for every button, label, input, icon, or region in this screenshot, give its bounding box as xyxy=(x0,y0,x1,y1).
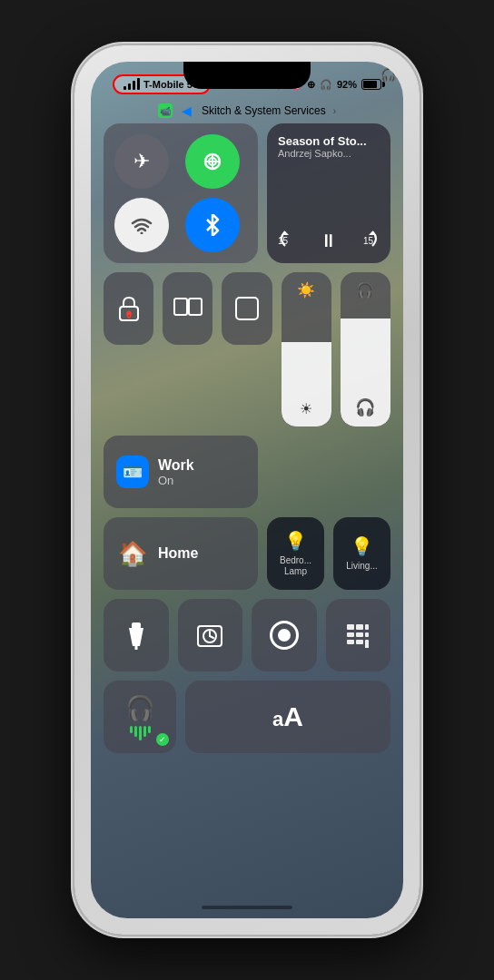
calculator-button[interactable] xyxy=(326,599,391,671)
rewind-button[interactable]: 15 xyxy=(278,230,303,252)
airplane-mode-button[interactable]: ✈ xyxy=(114,134,169,189)
focus-text: Work On xyxy=(158,457,194,487)
video-icon: 📹 xyxy=(158,103,173,118)
battery-icon xyxy=(361,79,381,90)
volume-slider[interactable]: 🎧 🎧 xyxy=(341,272,390,426)
wifi-button[interactable] xyxy=(114,198,169,252)
media-info: Season of Sto... Andrzej Sapko... xyxy=(278,134,380,159)
brightness-slider[interactable]: ☀️ ☀ xyxy=(282,272,331,426)
flashlight-button[interactable] xyxy=(104,599,169,671)
svg-rect-24 xyxy=(365,624,369,630)
connectivity-tile[interactable]: ✈ xyxy=(104,123,258,263)
timer-button[interactable] xyxy=(178,599,243,671)
row-second: ☀️ ☀ 🎧 🎧 xyxy=(104,272,390,426)
home-label: Home xyxy=(158,545,198,562)
svg-rect-14 xyxy=(236,298,258,319)
row-utilities xyxy=(104,599,390,671)
row-focus: 🪪 Work On xyxy=(104,436,390,508)
screen-mirror-button[interactable] xyxy=(163,272,212,345)
svg-rect-30 xyxy=(365,640,369,648)
svg-rect-28 xyxy=(347,640,354,644)
app-bar-text: Skitch & System Services xyxy=(202,104,326,117)
svg-rect-16 xyxy=(132,622,141,629)
svg-rect-27 xyxy=(365,632,369,637)
focus-label: Work xyxy=(158,457,194,474)
bedroom-lamp-tile[interactable]: 💡 Bedro... Lamp xyxy=(267,517,324,590)
appbar-chevron: › xyxy=(333,106,336,116)
accessibility-button[interactable]: 🎧 ✓ xyxy=(104,681,176,753)
text-size-label: aA xyxy=(272,701,303,732)
svg-point-5 xyxy=(141,232,143,235)
control-center: ✈ xyxy=(91,123,403,753)
media-controls[interactable]: 15 ⏸ 15 xyxy=(278,230,380,252)
battery-percent: 92% xyxy=(337,79,357,90)
row-home: 🏠 Home 💡 Bedro... Lamp 💡 Living... xyxy=(104,517,390,590)
cellular-button[interactable] xyxy=(185,134,240,189)
third-button[interactable] xyxy=(222,272,272,345)
signal-bars xyxy=(124,79,140,90)
svg-rect-22 xyxy=(347,624,354,630)
screen-record-button[interactable] xyxy=(252,599,317,671)
focus-icon: 🪪 xyxy=(116,456,149,488)
focus-sublabel: On xyxy=(158,474,194,487)
living-room-tile[interactable]: 💡 Living... xyxy=(333,517,390,590)
audio-bars xyxy=(130,726,151,740)
screen-lock-button[interactable] xyxy=(104,272,153,345)
media-artist: Andrzej Sapko... xyxy=(278,148,380,159)
play-pause-button[interactable]: ⏸ xyxy=(320,230,338,251)
svg-text:15: 15 xyxy=(363,236,374,246)
screen-rec-inner xyxy=(278,629,291,642)
row-bottom: 🎧 ✓ aA xyxy=(104,681,390,753)
home-tile[interactable]: 🏠 Home xyxy=(104,517,258,590)
brightness-icon-top: ☀️ xyxy=(297,281,315,299)
volume-icon-bottom: 🎧 xyxy=(355,397,375,417)
headphones-icon: 🎧 xyxy=(320,79,332,91)
focus-tile[interactable]: 🪪 Work On xyxy=(104,436,258,508)
svg-line-21 xyxy=(210,636,213,638)
svg-rect-23 xyxy=(356,624,363,630)
screen-rec-icon xyxy=(270,621,299,650)
airplay-icon: ⊕ xyxy=(307,79,315,91)
app-bar[interactable]: 📹 ◀ Skitch & System Services › xyxy=(91,100,403,123)
svg-rect-12 xyxy=(174,299,187,315)
notch xyxy=(183,62,311,89)
volume-icon-top: 🎧 xyxy=(356,281,374,299)
row-connectivity-media: ✈ xyxy=(104,123,390,263)
living-room-icon: 💡 xyxy=(351,535,373,557)
text-size-button[interactable]: aA xyxy=(185,681,390,753)
media-tile[interactable]: 🎧 Season of Sto... Andrzej Sapko... 15 xyxy=(267,123,390,263)
svg-rect-25 xyxy=(347,632,354,637)
living-room-label: Living... xyxy=(346,561,377,572)
media-title: Season of Sto... xyxy=(278,134,380,148)
svg-rect-26 xyxy=(356,632,363,637)
forward-button[interactable]: 15 xyxy=(354,230,380,252)
svg-rect-29 xyxy=(356,640,363,644)
bedroom-lamp-icon: 💡 xyxy=(284,530,307,552)
home-indicator[interactable] xyxy=(202,906,292,909)
check-badge: ✓ xyxy=(156,733,169,746)
bedroom-lamp-label: Bedro... Lamp xyxy=(280,555,311,577)
location-icon-appbar: ◀ xyxy=(180,103,194,118)
phone-shell: T-Mobile 5G ▶ ⏰ ⊕ 🎧 92% 📹 ◀ Skitch & Sys… xyxy=(74,45,420,935)
accessibility-icon: 🎧 xyxy=(125,694,154,722)
battery-fill xyxy=(363,81,377,88)
bluetooth-button[interactable] xyxy=(185,198,240,252)
svg-marker-15 xyxy=(129,628,143,646)
home-icon: 🏠 xyxy=(118,540,147,568)
phone-screen: T-Mobile 5G ▶ ⏰ ⊕ 🎧 92% 📹 ◀ Skitch & Sys… xyxy=(91,62,403,918)
brightness-icon-bottom: ☀ xyxy=(300,400,312,417)
svg-rect-13 xyxy=(189,299,202,315)
